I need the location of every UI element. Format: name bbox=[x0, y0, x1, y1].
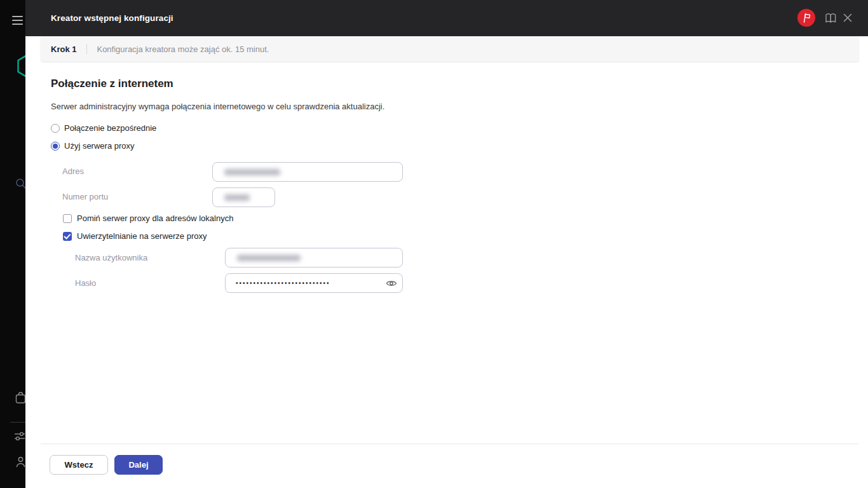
password-masked-value: ••••••••••••••••••••••••••• bbox=[232, 273, 330, 293]
radio-unselected-icon[interactable] bbox=[51, 124, 60, 133]
username-redacted-value bbox=[237, 255, 301, 261]
username-input[interactable] bbox=[225, 248, 403, 268]
footer-divider bbox=[41, 444, 859, 444]
port-input[interactable] bbox=[212, 187, 275, 207]
show-password-eye-icon[interactable] bbox=[386, 279, 397, 288]
documentation-book-icon[interactable] bbox=[825, 13, 837, 24]
bypass-proxy-checkbox[interactable]: Pomiń serwer proxy dla adresów lokalnych bbox=[63, 214, 233, 223]
next-button[interactable]: Dalej bbox=[114, 455, 163, 475]
password-label: Hasło bbox=[75, 278, 96, 288]
menu-icon[interactable] bbox=[12, 16, 23, 25]
radio-use-proxy-label: Użyj serwera proxy bbox=[64, 141, 135, 151]
checkbox-checked-icon[interactable] bbox=[63, 232, 72, 241]
radio-selected-icon[interactable] bbox=[51, 142, 60, 151]
checkbox-unchecked-icon[interactable] bbox=[63, 214, 72, 223]
back-button[interactable]: Wstecz bbox=[50, 455, 108, 475]
wizard-panel: Krok 1 Konfiguracja kreatora może zająć … bbox=[25, 36, 868, 488]
radio-direct-connection[interactable]: Połączenie bezpośrednie bbox=[51, 123, 156, 133]
port-label: Numer portu bbox=[62, 192, 108, 201]
wizard-title: Kreator wstępnej konfiguracji bbox=[51, 0, 173, 36]
sidebar-divider bbox=[10, 422, 25, 423]
step-label: Krok 1 bbox=[51, 44, 76, 54]
port-redacted-value bbox=[224, 194, 250, 201]
page-title: Połączenie z internetem bbox=[51, 78, 173, 90]
kaspersky-hexagon-logo bbox=[17, 54, 25, 78]
address-redacted-value bbox=[224, 169, 280, 175]
bypass-proxy-label: Pomiń serwer proxy dla adresów lokalnych bbox=[77, 214, 233, 223]
user-account-icon[interactable] bbox=[15, 456, 25, 468]
proxy-auth-label: Uwierzytelnianie na serwerze proxy bbox=[77, 231, 207, 241]
page-description: Serwer administracyjny wymaga połączenia… bbox=[51, 102, 384, 111]
close-icon[interactable] bbox=[843, 13, 853, 23]
proxy-auth-checkbox[interactable]: Uwierzytelnianie na serwerze proxy bbox=[63, 231, 207, 241]
app-sidebar bbox=[0, 0, 25, 488]
console-settings-icon[interactable] bbox=[14, 431, 25, 442]
wizard-header: Kreator wstępnej konfiguracji bbox=[25, 0, 868, 36]
address-input[interactable] bbox=[212, 162, 403, 182]
address-label: Adres bbox=[62, 166, 84, 176]
whats-new-flag-icon[interactable] bbox=[797, 9, 815, 27]
radio-use-proxy[interactable]: Użyj serwera proxy bbox=[51, 141, 135, 151]
marketplace-bag-icon[interactable] bbox=[15, 391, 25, 404]
username-label: Nazwa użytkownika bbox=[75, 253, 147, 262]
password-input[interactable]: ••••••••••••••••••••••••••• bbox=[225, 273, 403, 293]
search-icon[interactable] bbox=[15, 178, 25, 189]
step-note: Konfiguracja kreatora może zająć ok. 15 … bbox=[97, 44, 269, 54]
radio-direct-connection-label: Połączenie bezpośrednie bbox=[64, 123, 156, 133]
step-separator bbox=[86, 44, 87, 54]
step-bar: Krok 1 Konfiguracja kreatora może zająć … bbox=[41, 36, 859, 62]
